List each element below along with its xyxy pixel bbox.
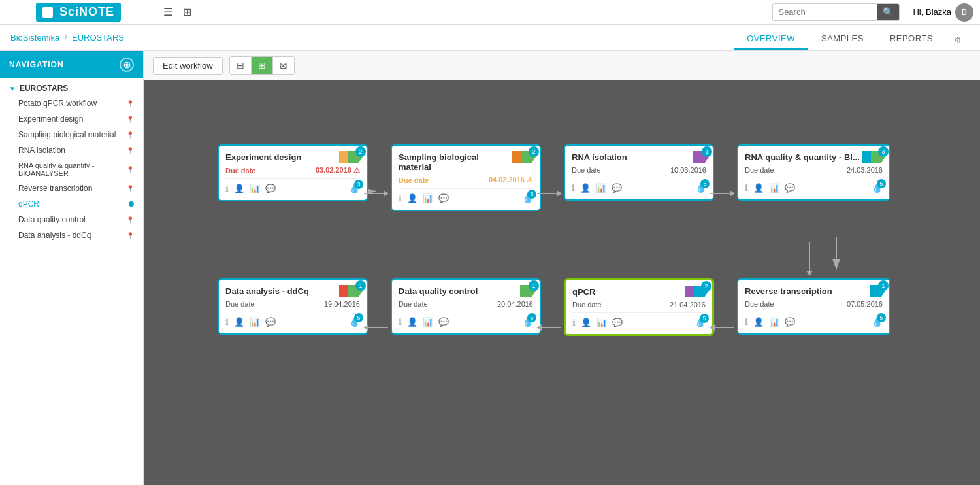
user-icon[interactable]: 👤 bbox=[407, 317, 417, 327]
card-rna-isolation[interactable]: RNA isolation Due date 10.03.2016 ℹ 👤 📊 … bbox=[564, 144, 714, 201]
info-icon[interactable]: ℹ bbox=[225, 317, 229, 327]
sidebar-item-data-quality[interactable]: Data quality control 📍 bbox=[0, 212, 143, 227]
sidebar-item-reverse-transcription[interactable]: Reverse transcription 📍 bbox=[0, 180, 143, 196]
main: NAVIGATION ◎ ▼ EUROSTARS Potato qPCR wor… bbox=[0, 51, 980, 485]
sidebar-item-data-analysis[interactable]: Data analysis - ddCq 📍 bbox=[0, 227, 143, 243]
card-rna-quality[interactable]: RNA quality & quantity - BI... Due date … bbox=[737, 144, 890, 201]
pin-icon: 📍 bbox=[126, 100, 134, 107]
card-due-date: 10.03.2016 bbox=[670, 166, 706, 174]
sidebar-item-qpcr[interactable]: qPCR bbox=[0, 196, 143, 212]
sidebar-item-experiment-design[interactable]: Experiment design 📍 bbox=[0, 111, 143, 127]
comment-icon[interactable]: 💬 bbox=[265, 317, 276, 327]
search-input[interactable] bbox=[773, 5, 877, 20]
user-icon[interactable]: 👤 bbox=[580, 183, 591, 193]
info-icon[interactable]: ℹ bbox=[399, 317, 402, 327]
search-button[interactable]: 🔍 bbox=[877, 4, 899, 20]
breadcrumb-org[interactable]: BioSistemika bbox=[10, 33, 59, 42]
tab-reports[interactable]: REPORTS bbox=[877, 27, 946, 50]
tabs: OVERVIEW SAMPLES REPORTS ⚙ bbox=[734, 25, 970, 50]
card-due-label: Due date bbox=[399, 300, 428, 308]
card-due-date: 03.02.2016 ⚠ bbox=[316, 166, 360, 175]
info-icon[interactable]: ℹ bbox=[572, 183, 575, 193]
sidebar-item-rna-quality[interactable]: RNA quality & quantity - BIOANALYSER 📍 bbox=[0, 158, 143, 180]
card-footer: ℹ 👤 📊 💬 💧 3 bbox=[225, 178, 360, 193]
comment-icon[interactable]: 💬 bbox=[785, 317, 795, 327]
view-btn-grid[interactable]: ⊞ bbox=[252, 57, 273, 74]
pin-icon: 📍 bbox=[126, 216, 134, 224]
sidebar-group[interactable]: ▼ EUROSTARS bbox=[0, 78, 143, 95]
card-title: Data quality control bbox=[399, 286, 533, 296]
drop-badge: 💧 5 bbox=[522, 316, 533, 327]
sidebar-item-potato-qpcr[interactable]: Potato qPCR workflow 📍 bbox=[0, 95, 143, 111]
sidebar-item-sampling[interactable]: Sampling biological material 📍 bbox=[0, 127, 143, 142]
tab-overview[interactable]: OVERVIEW bbox=[734, 27, 808, 50]
chart-icon[interactable]: 📊 bbox=[250, 317, 260, 327]
chart-icon[interactable]: 📊 bbox=[769, 183, 779, 193]
comment-icon[interactable]: 💬 bbox=[612, 183, 622, 193]
card-tags: 1 bbox=[693, 150, 709, 164]
tab-samples[interactable]: SAMPLES bbox=[808, 27, 877, 50]
arrow-ri-to-rq bbox=[710, 190, 735, 197]
info-icon[interactable]: ℹ bbox=[572, 318, 576, 327]
tab-settings-icon[interactable]: ⚙ bbox=[946, 29, 970, 50]
card-tags: 3 bbox=[862, 150, 885, 164]
card-due-date: 04.02.2016 ⚠ bbox=[489, 176, 533, 184]
user-icon[interactable]: 👤 bbox=[753, 317, 764, 327]
sidebar-item-rna-isolation[interactable]: RNA isolation 📍 bbox=[0, 142, 143, 158]
dashboard-icon[interactable]: ⊞ bbox=[183, 6, 191, 18]
sidebar-item-label: RNA isolation bbox=[18, 146, 65, 155]
chart-icon[interactable]: 📊 bbox=[596, 318, 607, 327]
view-btn-list[interactable]: ⊟ bbox=[230, 57, 252, 74]
breadcrumb-project[interactable]: EUROSTARS bbox=[72, 33, 124, 42]
badge-count: 1 bbox=[878, 280, 889, 291]
card-sampling[interactable]: Sampling biological material Due date 04… bbox=[391, 144, 541, 211]
info-icon[interactable]: ℹ bbox=[745, 317, 748, 327]
user-icon[interactable]: 👤 bbox=[581, 318, 591, 327]
card-due-row: Due date 21.04.2016 bbox=[572, 301, 706, 309]
comment-icon[interactable]: 💬 bbox=[438, 317, 449, 327]
view-btn-compact[interactable]: ⊠ bbox=[273, 57, 294, 74]
comment-icon[interactable]: 💬 bbox=[438, 193, 449, 203]
card-due-label: Due date bbox=[225, 167, 255, 175]
avatar: B bbox=[955, 3, 973, 22]
user-icon[interactable]: 👤 bbox=[234, 184, 244, 193]
info-icon[interactable]: ℹ bbox=[399, 193, 402, 203]
drop-count: 5 bbox=[877, 179, 886, 188]
user-icon[interactable]: 👤 bbox=[753, 183, 764, 193]
comment-icon[interactable]: 💬 bbox=[612, 318, 623, 327]
user-icon[interactable]: 👤 bbox=[234, 317, 244, 327]
logo[interactable]: SciNOTE bbox=[36, 3, 121, 22]
comment-icon[interactable]: 💬 bbox=[265, 184, 276, 193]
subheader: BioSistemika / EUROSTARS OVERVIEW SAMPLE… bbox=[0, 25, 980, 51]
info-icon[interactable]: ℹ bbox=[225, 184, 229, 193]
card-due-date: 07.05.2016 bbox=[847, 300, 883, 308]
card-reverse-transcription[interactable]: Reverse transcription Due date 07.05.201… bbox=[737, 278, 890, 335]
card-title: Reverse transcription bbox=[745, 286, 883, 296]
card-due-date: 20.04.2016 bbox=[497, 300, 533, 308]
comment-icon[interactable]: 💬 bbox=[785, 183, 795, 193]
chart-icon[interactable]: 📊 bbox=[769, 317, 779, 327]
hamburger-icon[interactable]: ☰ bbox=[163, 6, 172, 18]
card-tags: 2 bbox=[512, 150, 536, 164]
card-due-label: Due date bbox=[745, 166, 774, 174]
user-area[interactable]: Hi, Blazka B bbox=[913, 3, 973, 22]
card-due-date: 21.04.2016 bbox=[670, 301, 706, 309]
chart-icon[interactable]: 📊 bbox=[423, 193, 433, 203]
pin-icon: 📍 bbox=[126, 147, 134, 154]
card-tags: 2 bbox=[339, 150, 363, 164]
drop-count: 3 bbox=[354, 180, 363, 189]
card-footer: ℹ 👤 📊 💬 💧 5 bbox=[745, 312, 883, 327]
card-data-analysis[interactable]: Data analysis - ddCq Due date 19.04.2016… bbox=[218, 278, 368, 335]
card-experiment-design[interactable]: Experiment design Due date 03.02.2016 ⚠ … bbox=[218, 144, 368, 201]
nav-collapse-button[interactable]: ◎ bbox=[120, 58, 134, 72]
info-icon[interactable]: ℹ bbox=[745, 183, 748, 193]
chart-icon[interactable]: 📊 bbox=[423, 317, 433, 327]
edit-workflow-button[interactable]: Edit workflow bbox=[153, 57, 223, 75]
user-icon[interactable]: 👤 bbox=[407, 193, 417, 203]
chart-icon[interactable]: 📊 bbox=[250, 184, 260, 193]
card-data-quality[interactable]: Data quality control Due date 20.04.2016… bbox=[391, 278, 541, 335]
chart-icon[interactable]: 📊 bbox=[596, 183, 606, 193]
drop-count: 5 bbox=[527, 190, 536, 199]
card-qpcr[interactable]: qPCR Due date 21.04.2016 ℹ 👤 📊 💬 💧 5 bbox=[564, 278, 714, 336]
pin-icon: 📍 bbox=[126, 116, 134, 123]
